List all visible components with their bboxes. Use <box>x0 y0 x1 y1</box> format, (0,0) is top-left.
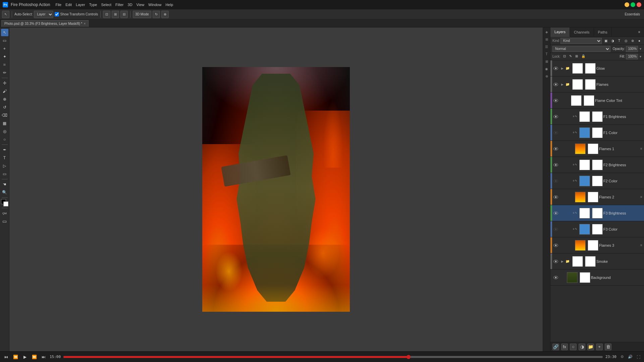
panel-icon-2[interactable]: ⊞ <box>544 36 550 42</box>
opacity-input[interactable] <box>626 46 638 52</box>
eyedropper-tool[interactable]: ✏ <box>1 69 8 76</box>
clone-stamp-tool[interactable]: ⊕ <box>1 96 8 103</box>
layer-row-f2-brightness[interactable]: ≡✎ F2 Brightness <box>550 157 644 173</box>
panel-icon-5[interactable]: ⊠ <box>544 58 550 64</box>
eye-icon[interactable] <box>553 195 558 199</box>
kind-select[interactable]: Kind Name Effect <box>560 38 602 44</box>
type-tool[interactable]: T <box>1 154 8 162</box>
zoom-tool[interactable]: 🔍 <box>1 189 8 196</box>
layer-thumbnail[interactable] <box>567 272 578 283</box>
shape-tool[interactable]: ▭ <box>1 170 8 178</box>
go-start-btn[interactable]: ⏮ <box>3 354 9 360</box>
move-tool-btn[interactable]: ↖ <box>2 11 9 18</box>
fill-arrow[interactable]: ▼ <box>639 55 642 58</box>
panel-icon-6[interactable]: ◉ <box>544 66 550 72</box>
lock-position-icon[interactable]: ✎ <box>569 54 574 59</box>
hand-tool[interactable]: ☚ <box>1 181 8 188</box>
filter-adj-icon[interactable]: ◑ <box>610 38 615 44</box>
menu-layer[interactable]: Layer <box>76 3 85 7</box>
brush-tool[interactable]: 🖌 <box>1 87 8 95</box>
layer-thumbnail[interactable] <box>571 95 582 106</box>
menu-edit[interactable]: Edit <box>65 3 72 7</box>
layer-visibility-toggle[interactable] <box>552 212 559 215</box>
eye-icon[interactable] <box>553 83 558 86</box>
panel-icon-7[interactable]: ⊕ <box>544 73 550 79</box>
layer-thumbnail[interactable] <box>572 63 583 74</box>
blur-tool[interactable]: ◎ <box>1 128 8 135</box>
menu-select[interactable]: Select <box>101 3 112 7</box>
panel-icon-4[interactable]: T <box>544 51 550 57</box>
timeline-playhead[interactable] <box>407 355 411 359</box>
layer-mask-thumbnail[interactable] <box>592 224 603 235</box>
transform-btn-2[interactable]: ⊞ <box>112 11 119 18</box>
filter-pixel-icon[interactable]: ▣ <box>603 38 608 44</box>
layer-row-glow[interactable]: ▶ 📁 Glow <box>550 60 644 76</box>
eye-icon[interactable] <box>553 228 558 231</box>
layer-visibility-toggle[interactable] <box>552 147 559 150</box>
layer-thumbnail[interactable]: Layer thumbnail <box>579 208 590 219</box>
layer-mask-thumbnail[interactable] <box>588 143 598 154</box>
layer-expand-btn[interactable]: ▶ <box>559 260 565 263</box>
layer-mask-thumbnail[interactable] <box>584 95 594 106</box>
transform-btn-1[interactable]: ⊡ <box>103 11 110 18</box>
eye-icon[interactable] <box>553 131 558 134</box>
doc-tab-close[interactable]: × <box>84 22 86 25</box>
layer-thumbnail[interactable] <box>575 192 586 202</box>
next-frame-btn[interactable]: ⏩ <box>31 354 38 360</box>
filter-shape-icon[interactable]: ◎ <box>623 38 629 44</box>
essentials-label[interactable]: Essentials <box>623 11 642 18</box>
link-layers-btn[interactable]: 🔗 <box>552 344 559 350</box>
layer-visibility-toggle[interactable] <box>552 83 559 86</box>
layer-visibility-toggle[interactable] <box>552 260 559 263</box>
fullscreen-icon[interactable]: ⛶ <box>635 354 641 360</box>
opacity-arrow[interactable]: ▼ <box>639 47 642 51</box>
menu-help[interactable]: Help <box>165 3 173 7</box>
filter-smart-icon[interactable]: ⊛ <box>630 38 635 44</box>
layer-row-flames[interactable]: ▶ 📁 Flames <box>550 76 644 93</box>
auto-select-dropdown[interactable]: Layer Group <box>34 11 53 18</box>
layer-mask-thumbnail[interactable] <box>580 272 590 283</box>
tab-layers[interactable]: Layers <box>550 27 570 37</box>
eye-icon[interactable] <box>553 67 558 70</box>
layer-row-flame-color-tint[interactable]: Flame Color Tint <box>550 93 644 109</box>
new-adj-layer-btn[interactable]: ◑ <box>579 344 585 350</box>
layers-options-icon[interactable]: ≡ <box>637 29 642 35</box>
layer-mask-thumbnail[interactable] <box>585 79 596 90</box>
layer-thumbnail[interactable] <box>579 176 590 186</box>
marquee-tool[interactable]: ▭ <box>1 37 8 44</box>
eye-icon[interactable] <box>553 244 558 247</box>
close-button[interactable] <box>637 2 641 7</box>
layer-visibility-toggle[interactable] <box>552 99 559 102</box>
document-tab[interactable]: Photo.psd @ 33.3% (F3 Brightness, Layer … <box>1 20 89 27</box>
layer-mask-thumbnail[interactable] <box>585 256 596 267</box>
layer-thumbnail[interactable] <box>579 160 590 170</box>
panel-icon-1[interactable]: ◈ <box>544 29 550 35</box>
align-btn[interactable]: ⊕ <box>161 11 169 18</box>
layer-row-f3-color[interactable]: ≡✎ F3 Color <box>550 221 644 237</box>
layer-row-background[interactable]: Background <box>550 269 644 286</box>
layer-expand-btn[interactable]: ▶ <box>559 67 565 70</box>
layer-thumbnail[interactable] <box>579 111 590 122</box>
quick-select-tool[interactable]: ✦ <box>1 53 8 60</box>
show-transform-checkbox[interactable] <box>55 12 59 16</box>
layer-row-flames-2[interactable]: Flames 2 ≡ <box>550 189 644 205</box>
layer-row-f2-color[interactable]: ≡✎ F2 Color <box>550 173 644 189</box>
path-select-tool[interactable]: ▷ <box>1 162 8 170</box>
spot-heal-tool[interactable]: ✢ <box>1 79 8 87</box>
layer-visibility-toggle[interactable] <box>552 228 559 231</box>
layer-options-btn[interactable]: ≡ <box>639 243 644 247</box>
eye-icon[interactable] <box>553 163 558 167</box>
menu-3d[interactable]: 3D <box>128 3 132 7</box>
gradient-tool[interactable]: ▦ <box>1 120 8 127</box>
layer-mask-thumbnail[interactable] <box>592 176 603 186</box>
menu-file[interactable]: File <box>55 3 61 7</box>
layer-visibility-toggle[interactable] <box>552 276 559 279</box>
add-style-btn[interactable]: fx <box>561 344 568 350</box>
layer-row-f3-brightness[interactable]: ≡✎ Layer thumbnail F3 Brightness <box>550 205 644 221</box>
layer-visibility-toggle[interactable] <box>552 67 559 70</box>
eye-icon[interactable] <box>553 99 558 102</box>
layer-visibility-toggle[interactable] <box>552 179 559 183</box>
eraser-tool[interactable]: ⌫ <box>1 112 8 119</box>
lasso-tool[interactable]: ⌖ <box>1 45 8 52</box>
new-group-btn[interactable]: 📁 <box>587 344 594 350</box>
